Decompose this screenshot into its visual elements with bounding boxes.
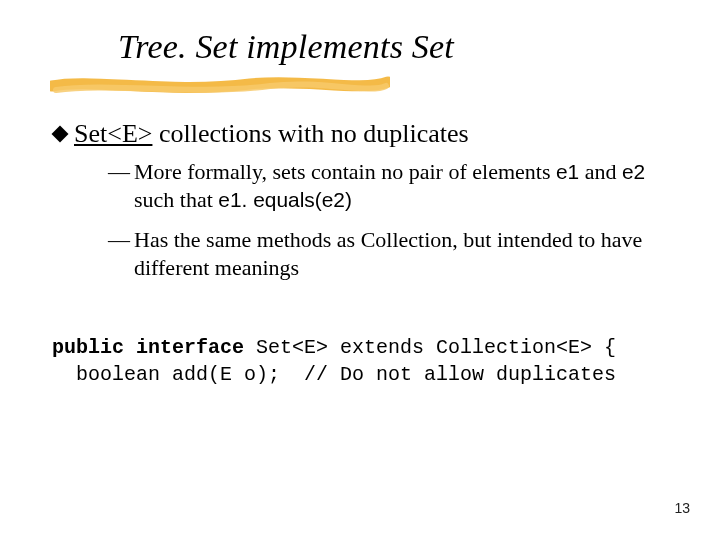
slide-title: Tree. Set implements Set: [118, 28, 454, 66]
dash-icon: —: [108, 158, 130, 186]
page-number: 13: [674, 500, 690, 516]
code-line1-rest: Set<E> extends Collection<E> {: [244, 336, 616, 359]
sub1-e2: e2: [622, 160, 645, 183]
sub1-expr: e1. equals(e2): [218, 188, 352, 211]
sub1-mid: and: [579, 159, 622, 184]
code-block: public interface Set<E> extends Collecti…: [52, 334, 668, 388]
bullet-diamond-icon: [52, 126, 69, 143]
slide: Tree. Set implements Set Set<E> collecti…: [0, 0, 720, 540]
sub-bullet-1: — More formally, sets contain no pair of…: [108, 158, 660, 214]
sub1-mid2: such that: [134, 187, 218, 212]
code-kw: public interface: [52, 336, 244, 359]
sub1-pre: More formally, sets contain no pair of e…: [134, 159, 556, 184]
code-line2: boolean add(E o); // Do not allow duplic…: [52, 363, 616, 386]
sub-bullet-list: — More formally, sets contain no pair of…: [108, 158, 660, 295]
title-underline-icon: [50, 72, 390, 96]
sub1-e1: e1: [556, 160, 579, 183]
sub-bullet-2: — Has the same methods as Collection, bu…: [108, 226, 660, 282]
main-bullet: Set<E> collections with no duplicates: [54, 118, 666, 149]
main-bullet-link: Set<E>: [74, 119, 152, 148]
dash-icon: —: [108, 226, 130, 254]
main-bullet-text: collections with no duplicates: [152, 119, 468, 148]
sub2-text: Has the same methods as Collection, but …: [134, 227, 642, 280]
